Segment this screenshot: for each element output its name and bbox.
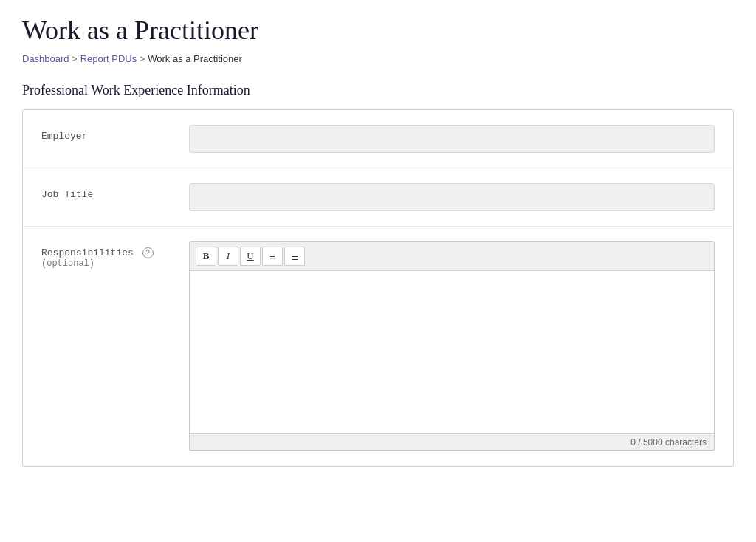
breadcrumb-separator-1: >: [72, 54, 78, 64]
page-title: Work as a Practitioner: [22, 15, 734, 46]
employer-input[interactable]: [189, 125, 715, 153]
responsibilities-optional: (optional): [41, 258, 189, 269]
bold-button[interactable]: B: [196, 247, 216, 266]
breadcrumb-report-pdus[interactable]: Report PDUs: [80, 53, 137, 64]
form-container: Employer Job Title Responsibilities ? (o…: [22, 109, 734, 467]
employer-field: [189, 125, 715, 153]
responsibilities-editor-body[interactable]: [190, 271, 714, 433]
responsibilities-row: Responsibilities ? (optional) B I U ≡ ≣ …: [23, 227, 733, 466]
char-count: 0 / 5000 characters: [190, 433, 714, 450]
job-title-row: Job Title: [23, 168, 733, 227]
breadcrumb-separator-2: >: [140, 54, 145, 64]
breadcrumb-current: Work as a Practitioner: [148, 53, 242, 64]
responsibilities-field: B I U ≡ ≣ 0 / 5000 characters: [189, 241, 715, 451]
unordered-list-button[interactable]: ≡: [262, 247, 283, 266]
ordered-list-button[interactable]: ≣: [284, 247, 305, 266]
responsibilities-help-icon[interactable]: ?: [142, 247, 154, 258]
responsibilities-label: Responsibilities ? (optional): [41, 241, 189, 269]
section-title: Professional Work Experience Information: [22, 83, 734, 98]
employer-row: Employer: [23, 110, 733, 168]
underline-button[interactable]: U: [240, 247, 261, 266]
editor-toolbar: B I U ≡ ≣: [190, 242, 714, 271]
job-title-label: Job Title: [41, 183, 189, 200]
italic-button[interactable]: I: [218, 247, 238, 266]
job-title-input[interactable]: [189, 183, 715, 211]
employer-label: Employer: [41, 125, 189, 142]
breadcrumb: Dashboard > Report PDUs > Work as a Prac…: [22, 53, 734, 64]
rich-text-editor: B I U ≡ ≣ 0 / 5000 characters: [189, 241, 715, 451]
breadcrumb-dashboard[interactable]: Dashboard: [22, 53, 69, 64]
job-title-field: [189, 183, 715, 211]
